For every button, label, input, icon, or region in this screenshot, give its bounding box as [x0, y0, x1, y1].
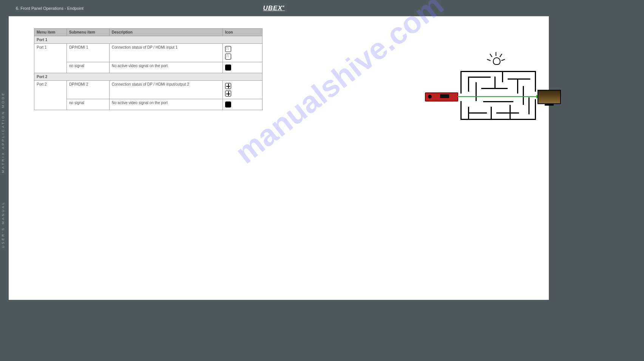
specs-table: Menu item Submenu item Description Icon … [34, 28, 263, 110]
intro-text [312, 51, 421, 56]
ubex-device-icon [425, 92, 458, 101]
no-signal-icon [225, 101, 231, 108]
th-menu: Menu item [34, 29, 67, 36]
lightbulb-icon [488, 52, 503, 67]
table-row: no signal No active video signal on the … [34, 99, 263, 110]
section-row: Port 2 [34, 73, 263, 81]
side-text-2: USER'S MANUAL [1, 201, 5, 248]
th-icon: Icon [223, 29, 263, 36]
table-header-row: Menu item Submenu item Description Icon [34, 29, 263, 36]
plug-icon [225, 46, 231, 52]
io-split-icon [225, 91, 231, 97]
plug-icon [225, 54, 231, 60]
io-split-icon [225, 83, 231, 89]
maze-icon [460, 71, 536, 120]
page-viewport: 6. Front Panel Operations - Endpoint UBE… [0, 0, 644, 361]
document-page: Menu item Submenu item Description Icon … [9, 16, 549, 300]
section-row: Port 1 [34, 36, 263, 44]
top-bar: 6. Front Panel Operations - Endpoint UBE… [0, 0, 644, 16]
table-row: Port 2 DP/HDMI 2 Connection status of DP… [34, 81, 263, 99]
side-rail: MATRIX APPLICATION MODE USER'S MANUAL [0, 16, 9, 300]
table-row: no signal No active video signal on the … [34, 62, 263, 73]
brand-logo: UBEX« [263, 4, 285, 12]
top-left-2: 6. Front Panel Operations - Endpoint [11, 6, 89, 11]
no-signal-icon [225, 65, 231, 71]
routing-illustration [425, 52, 565, 131]
table-row: Port 1 DP/HDMI 1 Connection status of DP… [34, 44, 263, 62]
signal-path-arrow-icon [457, 96, 539, 97]
th-submenu: Submenu item [67, 29, 110, 36]
display-icon [537, 90, 561, 104]
side-text-1: MATRIX APPLICATION MODE [1, 92, 5, 173]
content-area: Menu item Submenu item Description Icon … [34, 28, 536, 110]
th-desc: Description [109, 29, 222, 36]
